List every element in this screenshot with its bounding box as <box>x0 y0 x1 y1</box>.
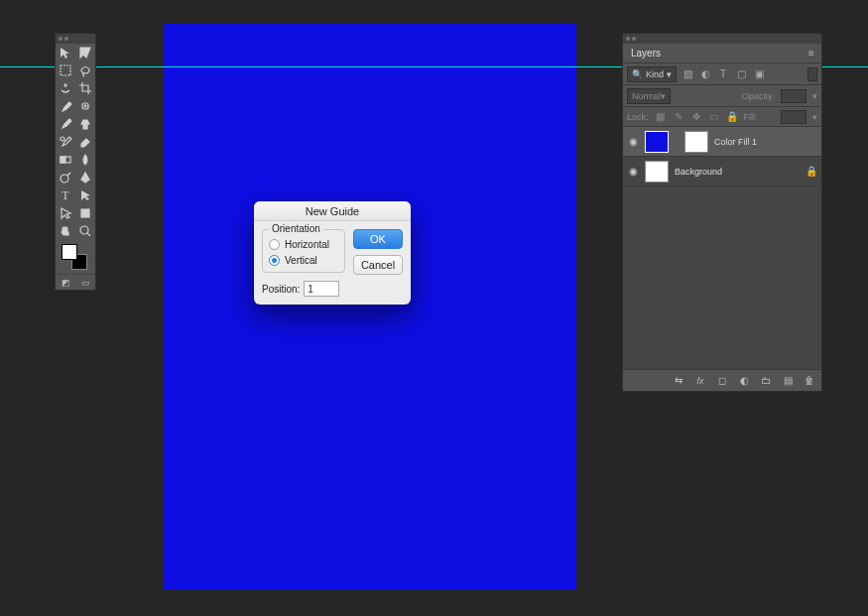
fx-icon[interactable]: fx <box>694 375 706 387</box>
new-group-icon[interactable]: 🗀 <box>760 375 772 387</box>
lock-transparency-icon[interactable]: ▦ <box>655 111 667 123</box>
fill-label: Fill: <box>744 112 758 122</box>
layers-panel-grip[interactable] <box>623 34 821 44</box>
document-canvas[interactable] <box>164 24 576 589</box>
filter-pixel-icon[interactable]: ▧ <box>681 67 694 81</box>
path-select-tool-icon[interactable] <box>75 186 95 204</box>
position-input[interactable]: 1 <box>304 281 339 297</box>
lock-all-icon[interactable]: 🔒 <box>726 111 738 123</box>
foreground-color-swatch[interactable] <box>62 244 77 260</box>
layer-thumbnail[interactable] <box>645 161 669 183</box>
opacity-field[interactable] <box>781 89 806 103</box>
chevron-down-icon: ▾ <box>667 69 672 79</box>
layer-filter-kind-label: Kind <box>646 69 664 79</box>
layer-mask-thumbnail[interactable] <box>684 131 708 153</box>
clone-tool-icon[interactable] <box>75 115 95 133</box>
layer-row[interactable]: ◉ Background 🔒 <box>623 157 821 186</box>
chevron-down-icon[interactable]: ▾ <box>812 91 817 101</box>
delete-layer-icon[interactable]: 🗑 <box>804 375 815 387</box>
quick-select-tool-icon[interactable] <box>56 79 75 97</box>
direct-select-tool-icon[interactable] <box>56 204 75 222</box>
radio-label: Horizontal <box>285 239 329 250</box>
marquee-tool-icon[interactable] <box>56 62 75 79</box>
radio-icon[interactable] <box>269 255 280 266</box>
chevron-down-icon: ▾ <box>661 91 666 101</box>
layer-thumbnail[interactable] <box>645 131 669 153</box>
filter-adjust-icon[interactable]: ◐ <box>698 67 712 81</box>
orientation-fieldset: Orientation Horizontal Vertical <box>262 229 345 273</box>
fill-field[interactable] <box>781 110 806 124</box>
link-layers-icon[interactable]: ⇆ <box>673 375 684 387</box>
layers-list: ◉ Color Fill 1 ◉ Background 🔒 <box>623 127 821 369</box>
ok-button[interactable]: OK <box>353 229 403 249</box>
svg-rect-6 <box>81 209 89 217</box>
lock-artboard-icon[interactable]: ▭ <box>708 111 720 123</box>
position-label: Position: <box>262 284 300 295</box>
dialog-title: New Guide <box>254 201 411 221</box>
dodge-tool-icon[interactable] <box>56 169 75 186</box>
color-swatches[interactable] <box>56 240 95 274</box>
visibility-eye-icon[interactable]: ◉ <box>627 166 639 177</box>
lock-label: Lock: <box>627 112 649 122</box>
pen-tool-icon[interactable] <box>75 169 95 186</box>
lock-position-icon[interactable]: ✥ <box>690 111 702 123</box>
layer-row[interactable]: ◉ Color Fill 1 <box>623 127 821 157</box>
zoom-tool-icon[interactable] <box>75 222 95 240</box>
radio-label: Vertical <box>285 255 317 266</box>
new-layer-icon[interactable]: ▤ <box>782 375 794 387</box>
radio-icon[interactable] <box>269 239 280 250</box>
new-guide-dialog: New Guide Orientation Horizontal Vertica… <box>254 201 411 305</box>
hand-tool-icon[interactable] <box>56 222 75 240</box>
orientation-vertical-option[interactable]: Vertical <box>269 252 338 268</box>
gradient-tool-icon[interactable] <box>56 151 75 169</box>
layers-filter-bar: 🔍 Kind ▾ ▧ ◐ T ▢ ▣ <box>623 63 821 85</box>
healing-tool-icon[interactable] <box>75 97 95 115</box>
tool-grid: T <box>56 44 95 240</box>
tools-footer: ◩ ▭ <box>56 274 95 290</box>
type-tool-icon[interactable]: T <box>56 186 75 204</box>
quick-mask-icon[interactable]: ◩ <box>61 278 70 288</box>
chevron-down-icon[interactable]: ▾ <box>812 112 817 122</box>
new-adjustment-icon[interactable]: ◐ <box>738 375 750 387</box>
crop-tool-icon[interactable] <box>75 79 95 97</box>
layer-filter-kind-dropdown[interactable]: 🔍 Kind ▾ <box>627 66 677 82</box>
layer-name[interactable]: Background <box>675 167 722 177</box>
cancel-button[interactable]: Cancel <box>353 255 403 275</box>
eraser-tool-icon[interactable] <box>75 133 95 151</box>
visibility-eye-icon[interactable]: ◉ <box>627 136 639 147</box>
orientation-horizontal-option[interactable]: Horizontal <box>269 236 338 252</box>
blend-mode-value: Normal <box>632 91 661 101</box>
lock-brush-icon[interactable]: ✎ <box>673 111 684 123</box>
filter-type-icon[interactable]: T <box>716 67 730 81</box>
tools-panel-header[interactable] <box>56 34 95 44</box>
filter-smart-icon[interactable]: ▣ <box>752 67 766 81</box>
layers-tabs: Layers ≡ <box>623 44 821 63</box>
filter-toggle[interactable] <box>807 67 817 81</box>
search-icon: 🔍 <box>632 69 643 79</box>
svg-rect-0 <box>61 65 70 75</box>
filter-shape-icon[interactable]: ▢ <box>734 67 748 81</box>
svg-rect-4 <box>61 157 65 163</box>
svg-point-7 <box>80 226 88 234</box>
orientation-legend: Orientation <box>269 223 323 234</box>
add-mask-icon[interactable]: ◻ <box>716 375 728 387</box>
lock-icon: 🔒 <box>806 166 817 177</box>
layers-footer: ⇆ fx ◻ ◐ 🗀 ▤ 🗑 <box>623 369 821 391</box>
blur-tool-icon[interactable] <box>75 151 95 169</box>
svg-point-5 <box>61 175 68 183</box>
layers-panel: Layers ≡ 🔍 Kind ▾ ▧ ◐ T ▢ ▣ Normal ▾ Opa… <box>622 33 822 392</box>
brush-tool-icon[interactable] <box>56 115 75 133</box>
rectangle-tool-icon[interactable] <box>75 204 95 222</box>
tools-panel: T ◩ ▭ <box>55 33 96 291</box>
svg-point-2 <box>61 137 64 141</box>
blend-mode-dropdown[interactable]: Normal ▾ <box>627 88 671 104</box>
layer-name[interactable]: Color Fill 1 <box>714 137 757 147</box>
screen-mode-icon[interactable]: ▭ <box>80 278 90 288</box>
layers-tab[interactable]: Layers <box>623 44 669 62</box>
history-brush-tool-icon[interactable] <box>56 133 75 151</box>
artboard-tool-icon[interactable] <box>75 44 95 62</box>
layers-panel-menu-icon[interactable]: ≡ <box>802 44 821 62</box>
move-tool-icon[interactable] <box>56 44 75 62</box>
eyedropper-tool-icon[interactable] <box>56 97 75 115</box>
lasso-tool-icon[interactable] <box>75 62 95 79</box>
